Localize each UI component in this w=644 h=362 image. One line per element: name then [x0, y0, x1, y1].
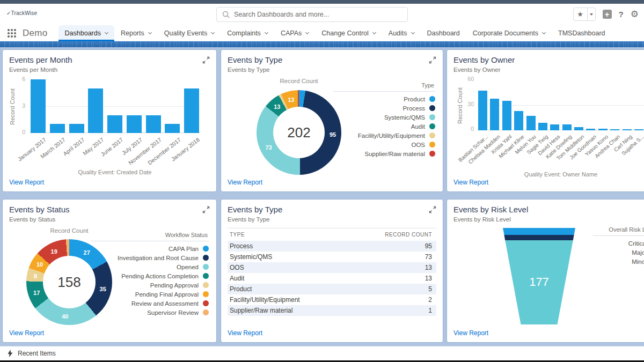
bar[interactable]	[184, 88, 199, 133]
bar[interactable]	[50, 124, 65, 133]
funnel-stage-critical[interactable]	[503, 228, 575, 235]
global-search[interactable]	[216, 7, 408, 22]
bar-chart-plot	[477, 79, 644, 130]
legend-label: Pending Approval	[150, 282, 199, 289]
bar[interactable]	[598, 129, 608, 130]
chevron-down-icon	[148, 30, 152, 34]
tab-complaints[interactable]: Complaints	[221, 25, 274, 41]
bar[interactable]	[88, 88, 103, 133]
expand-icon[interactable]	[202, 56, 210, 64]
legend-item[interactable]: OOS	[333, 140, 435, 149]
tab-tmsdashboard[interactable]: TMSDashboard	[552, 25, 612, 41]
bar[interactable]	[478, 91, 487, 130]
funnel-value-label: 177	[503, 275, 575, 289]
setup-gear-button[interactable]: ⚙	[631, 10, 639, 19]
legend-item[interactable]: Major	[593, 248, 644, 257]
view-report-link[interactable]: View Report	[453, 329, 488, 337]
legend-item[interactable]: Investigation and Root Cause	[91, 253, 209, 262]
bar[interactable]	[562, 124, 572, 130]
funnel-stage-major[interactable]	[503, 235, 575, 240]
funnel-chart[interactable]: 177	[503, 228, 575, 324]
bar[interactable]	[586, 129, 595, 130]
bar[interactable]	[31, 79, 46, 133]
tab-reports[interactable]: Reports	[114, 25, 158, 41]
expand-icon[interactable]	[429, 56, 436, 64]
bar[interactable]	[538, 123, 547, 130]
bar[interactable]	[574, 127, 583, 130]
tab-corporate-documents[interactable]: Corporate Documents	[466, 25, 552, 41]
legend-item[interactable]: Pending Actions Completion	[91, 271, 209, 280]
legend-label: Minor	[632, 258, 644, 265]
bar[interactable]	[514, 111, 523, 130]
table-row[interactable]: OOS13	[228, 262, 436, 273]
bar[interactable]	[634, 129, 643, 130]
legend-item[interactable]: CAPA Plan	[91, 244, 209, 253]
bar[interactable]	[127, 115, 142, 133]
cell-record-count: 13	[425, 264, 432, 271]
tab-change-control[interactable]: Change Control	[315, 25, 382, 41]
bar[interactable]	[623, 129, 632, 130]
favorite-star-icon[interactable]: ★	[574, 8, 587, 20]
favorites-button-group[interactable]: ★	[573, 8, 596, 21]
tab-capas[interactable]: CAPAs	[274, 25, 315, 41]
legend-item[interactable]: Systemic/QMS	[333, 113, 435, 122]
search-icon	[222, 11, 230, 18]
bar[interactable]	[107, 115, 122, 133]
bar[interactable]	[550, 124, 559, 130]
global-header: ✓TrackWise ★ + ? ⚙	[0, 4, 644, 25]
tab-dashboard[interactable]: Dashboard	[421, 25, 466, 41]
legend-item[interactable]: Minor	[593, 257, 644, 266]
bar[interactable]	[490, 99, 499, 130]
legend-item[interactable]: Critical	[593, 239, 644, 248]
app-launcher-waffle-icon[interactable]	[8, 29, 16, 38]
expand-icon[interactable]	[202, 206, 210, 213]
legend-item[interactable]: Facility/Utility/Equipment	[333, 131, 435, 140]
bar[interactable]	[165, 124, 180, 133]
legend-item[interactable]: Product	[333, 94, 435, 104]
view-report-link[interactable]: View Report	[9, 179, 44, 186]
help-button[interactable]: ?	[619, 10, 624, 19]
tab-audits[interactable]: Audits	[382, 25, 421, 41]
legend-label: Review and Assessment	[131, 300, 199, 307]
lightning-bolt-icon	[8, 350, 13, 357]
table-row[interactable]: Supplier/Raw material1	[228, 305, 436, 316]
bar[interactable]	[69, 124, 84, 133]
bar[interactable]	[610, 129, 619, 130]
table-row[interactable]: Product5	[228, 284, 436, 294]
caret-down-icon	[590, 13, 593, 16]
view-report-link[interactable]: View Report	[228, 179, 262, 186]
table-row[interactable]: Audit13	[228, 273, 436, 284]
column-header-record-count[interactable]: RECORD COUNT	[385, 232, 432, 238]
legend-item[interactable]: Supplier/Raw material	[333, 149, 435, 158]
table-row[interactable]: Process95	[228, 241, 436, 252]
recent-items-button[interactable]: Recent Items	[18, 350, 56, 357]
bars	[30, 79, 200, 133]
tab-dashboards[interactable]: Dashboards	[58, 25, 114, 41]
legend-item[interactable]: Review and Assessment	[91, 299, 209, 308]
donut-chart[interactable]: 202 95731313	[257, 90, 341, 175]
cell-record-count: 2	[428, 296, 432, 304]
legend-item[interactable]: Supervisor Review	[91, 308, 209, 317]
legend-item[interactable]: Process	[333, 104, 435, 113]
legend-item[interactable]: Opened	[91, 262, 209, 271]
favorites-dropdown-button[interactable]	[587, 8, 595, 20]
table-row[interactable]: Systemic/QMS73	[228, 252, 436, 262]
legend-item[interactable]: Audit	[333, 122, 435, 131]
view-report-link[interactable]: View Report	[228, 329, 262, 337]
nav-tabs: DashboardsReportsQuality EventsComplaint…	[58, 25, 612, 41]
bar[interactable]	[502, 101, 511, 130]
tab-quality-events[interactable]: Quality Events	[158, 25, 221, 41]
table-row[interactable]: Facility/Utility/Equipment2	[228, 294, 436, 305]
view-report-link[interactable]: View Report	[9, 329, 44, 337]
tab-label: Change Control	[321, 29, 369, 37]
expand-icon[interactable]	[429, 206, 436, 213]
bar[interactable]	[526, 116, 536, 130]
search-input[interactable]	[234, 11, 402, 18]
view-report-link[interactable]: View Report	[453, 179, 488, 186]
legend-item[interactable]: Pending Approval	[91, 280, 209, 290]
legend-item[interactable]: Pending Final Approval	[91, 290, 209, 299]
donut-total: 202	[287, 124, 310, 141]
column-header-type[interactable]: TYPE	[230, 232, 245, 238]
bar[interactable]	[146, 115, 161, 133]
global-actions-button[interactable]: +	[603, 10, 612, 19]
